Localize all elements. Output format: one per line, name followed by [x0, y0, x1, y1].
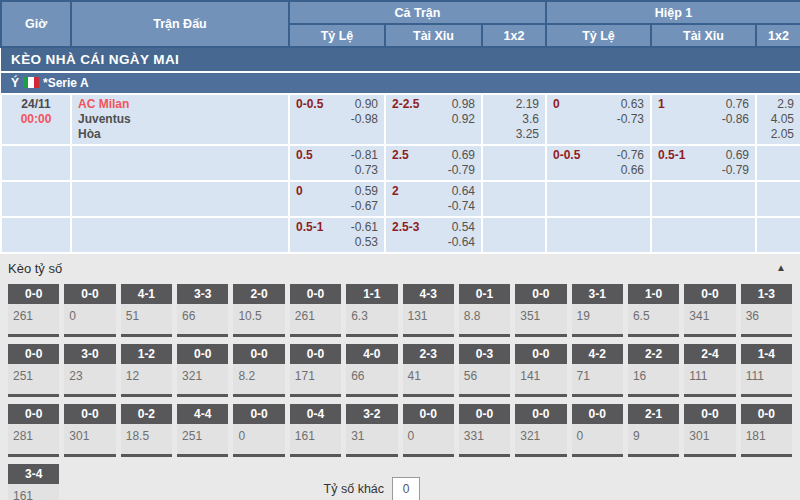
- score-box[interactable]: 0-08.2: [233, 344, 284, 397]
- collapse-arrow-icon[interactable]: ▲: [776, 262, 786, 273]
- score-odds: 10.5: [233, 304, 284, 334]
- odds-value: -0.74: [448, 199, 475, 214]
- betting-page: Giờ Trận Đấu Cả Trận Hiệp 1 Tỷ Lệ Tài Xỉ…: [0, 0, 800, 500]
- score-label: 4-1: [121, 284, 172, 304]
- odds-row: 00.59-0.6720.64-0.74: [1, 181, 800, 217]
- score-box[interactable]: 0-00: [572, 404, 623, 457]
- score-grid: 0-02610-004-1513-3662-010.50-02611-16.34…: [8, 284, 792, 500]
- score-box[interactable]: 0-00: [403, 404, 454, 457]
- score-odds: 0: [403, 424, 454, 454]
- odds-handicap-cell[interactable]: 2-2.50.980.92: [385, 94, 482, 145]
- score-box[interactable]: 4-066: [346, 344, 397, 397]
- odds-value: -0.67: [351, 199, 378, 214]
- score-box[interactable]: 0-18.8: [459, 284, 510, 337]
- score-label: 1-4: [741, 344, 792, 364]
- score-box[interactable]: 0-356: [459, 344, 510, 397]
- odds-value: 0.59: [351, 184, 378, 199]
- score-label: 0-0: [177, 344, 228, 364]
- score-row: 0-02513-0231-2120-03210-08.20-01714-0662…: [8, 344, 792, 397]
- score-box[interactable]: 2-19: [628, 404, 679, 457]
- score-box[interactable]: 0-00: [64, 284, 115, 337]
- score-label: 1-1: [346, 284, 397, 304]
- score-label: 0-0: [684, 284, 735, 304]
- score-box[interactable]: 0-4161: [290, 404, 341, 457]
- score-box[interactable]: 3-231: [346, 404, 397, 457]
- score-box[interactable]: 1-336: [741, 284, 792, 337]
- score-odds: 111: [741, 364, 792, 394]
- score-odds: 281: [8, 424, 59, 454]
- handicap-line: 2-2.5: [392, 97, 419, 112]
- score-label: 2-4: [684, 344, 735, 364]
- odds-handicap-cell[interactable]: 2.50.69-0.79: [385, 145, 482, 181]
- score-box[interactable]: 0-0261: [290, 284, 341, 337]
- score-label: 0-0: [233, 404, 284, 424]
- score-odds: 351: [515, 304, 566, 334]
- score-box[interactable]: 0-0261: [8, 284, 59, 337]
- score-box[interactable]: 3-023: [64, 344, 115, 397]
- score-box[interactable]: 2-4111: [684, 344, 735, 397]
- score-box[interactable]: 3-366: [177, 284, 228, 337]
- score-label: 0-4: [290, 404, 341, 424]
- score-odds: 8.2: [233, 364, 284, 394]
- score-label: 0-0: [233, 344, 284, 364]
- odds-handicap-cell[interactable]: 00.63-0.73: [546, 94, 651, 145]
- score-box[interactable]: 0-0321: [177, 344, 228, 397]
- score-label: 0-3: [459, 344, 510, 364]
- score-box[interactable]: 4-271: [572, 344, 623, 397]
- score-odds: 331: [459, 424, 510, 454]
- teams-cell: [71, 217, 289, 253]
- score-box[interactable]: 1-06.5: [628, 284, 679, 337]
- score-box[interactable]: 2-341: [403, 344, 454, 397]
- handicap-line: 0.5-1: [296, 220, 323, 235]
- score-box[interactable]: 1-212: [121, 344, 172, 397]
- score-box[interactable]: 4-4251: [177, 404, 228, 457]
- score-box[interactable]: 2-216: [628, 344, 679, 397]
- teams-cell: [71, 181, 289, 217]
- odds-handicap-cell[interactable]: 0.5-10.69-0.79: [651, 145, 756, 181]
- odds-handicap-cell[interactable]: 00.59-0.67: [289, 181, 385, 217]
- odds-handicap-cell[interactable]: 20.64-0.74: [385, 181, 482, 217]
- score-odds: 71: [572, 364, 623, 394]
- handicap-line: 2.5-3: [392, 220, 419, 235]
- score-box[interactable]: 3-4161: [8, 464, 59, 500]
- score-box[interactable]: 3-119: [572, 284, 623, 337]
- score-label: 3-0: [64, 344, 115, 364]
- score-box[interactable]: 4-3131: [403, 284, 454, 337]
- odds-handicap-cell[interactable]: 0.5-1-0.610.53: [289, 217, 385, 253]
- odds-1x2-cell[interactable]: 2.193.63.25: [482, 94, 546, 145]
- handicap-line: 2: [392, 184, 399, 199]
- time-cell: [1, 145, 71, 181]
- score-box[interactable]: 2-010.5: [233, 284, 284, 337]
- score-box[interactable]: 4-151: [121, 284, 172, 337]
- score-box[interactable]: 0-0141: [515, 344, 566, 397]
- score-box[interactable]: 1-4111: [741, 344, 792, 397]
- other-score-box[interactable]: 0: [392, 477, 420, 500]
- score-box[interactable]: 0-0321: [515, 404, 566, 457]
- score-label: 0-0: [8, 344, 59, 364]
- score-row: 3-4161Tỷ số khác0: [8, 464, 792, 500]
- score-box[interactable]: 0-0251: [8, 344, 59, 397]
- score-label: 0-0: [515, 404, 566, 424]
- odds-1x2-cell[interactable]: 2.94.052.05: [756, 94, 800, 145]
- odds-handicap-cell[interactable]: 0.5-0.810.73: [289, 145, 385, 181]
- score-box[interactable]: 0-0301: [64, 404, 115, 457]
- score-box[interactable]: 0-00: [233, 404, 284, 457]
- score-box[interactable]: 0-0181: [741, 404, 792, 457]
- score-box[interactable]: 0-0351: [515, 284, 566, 337]
- league-row[interactable]: Ý*Serie A: [1, 72, 800, 94]
- score-box[interactable]: 0-0341: [684, 284, 735, 337]
- score-box[interactable]: 0-0281: [8, 404, 59, 457]
- odds-handicap-cell[interactable]: 10.76-0.86: [651, 94, 756, 145]
- score-box[interactable]: 1-16.3: [346, 284, 397, 337]
- score-box[interactable]: 0-218.5: [121, 404, 172, 457]
- teams-cell[interactable]: AC MilanJuventusHòa: [71, 94, 289, 145]
- odds-handicap-cell[interactable]: 0-0.5-0.760.66: [546, 145, 651, 181]
- score-label: 0-0: [515, 344, 566, 364]
- score-box[interactable]: 0-0171: [290, 344, 341, 397]
- odds-handicap-cell[interactable]: 2.5-30.54-0.64: [385, 217, 482, 253]
- score-box[interactable]: 0-0301: [684, 404, 735, 457]
- score-box[interactable]: 0-0331: [459, 404, 510, 457]
- score-odds: 9: [628, 424, 679, 454]
- odds-handicap-cell[interactable]: 0-0.50.90-0.98: [289, 94, 385, 145]
- score-odds: 16: [628, 364, 679, 394]
